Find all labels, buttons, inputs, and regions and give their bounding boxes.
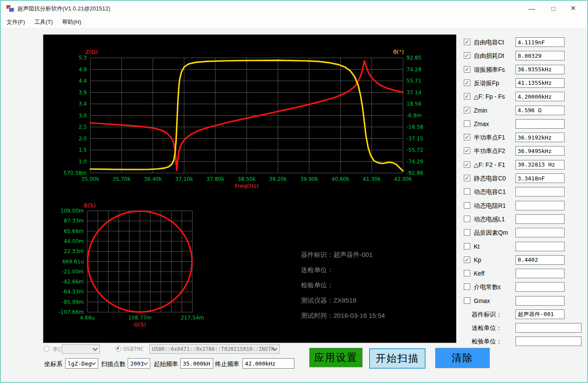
x-axis-tick: 42.00k <box>394 176 412 182</box>
checkbox-checked-icon[interactable]: ✓ <box>464 256 470 263</box>
inspect-unit-input[interactable] <box>515 336 581 346</box>
param-label: 半功率点F1 <box>474 134 505 142</box>
coord-system-combo[interactable]: lgZ-Deg <box>65 358 98 369</box>
param-value-input[interactable] <box>515 228 565 237</box>
param-row: ✓△F: Fp - Fs <box>462 92 586 101</box>
checkbox-checked-icon[interactable]: ✓ <box>464 175 470 181</box>
param-value-input[interactable] <box>515 78 565 88</box>
param-value-input[interactable] <box>515 160 565 170</box>
param-label: 品质因素Qm <box>474 229 508 237</box>
param-value-input[interactable] <box>515 37 565 47</box>
info-line-submitter: 送检单位： <box>301 262 385 277</box>
info-line-instrument: 测试仪器：ZX8518 <box>301 293 385 308</box>
x-axis-tick: 39.90k <box>300 176 318 182</box>
inspect-unit-label: 检验单位： <box>472 338 502 346</box>
start-freq-input[interactable] <box>180 358 213 369</box>
x-axis-tick: 35.00k <box>81 176 99 182</box>
left-axis-tick: 4.4 <box>79 78 87 84</box>
x-axis-tick: 37.80k <box>206 176 224 182</box>
checkbox-unchecked-icon[interactable] <box>464 297 470 304</box>
checkbox-checked-icon[interactable]: ✓ <box>464 52 470 59</box>
param-label: 半功率点F2 <box>474 147 505 155</box>
x-axis-tick: 35.70k <box>112 176 130 182</box>
serial-port-combo[interactable] <box>62 344 100 354</box>
checkbox-unchecked-icon[interactable] <box>464 283 470 290</box>
checkbox-checked-icon[interactable]: ✓ <box>464 80 470 86</box>
menu-item-file[interactable]: 文件(F) <box>7 18 25 26</box>
param-row: 品质因素Qm <box>462 228 586 237</box>
x-axis-label: G(S) <box>134 321 146 328</box>
checkbox-unchecked-icon[interactable] <box>464 120 470 127</box>
checkbox-unchecked-icon[interactable] <box>464 270 470 276</box>
param-row: ✓反谐振Fp <box>462 78 586 88</box>
stop-freq-label: 终止频率 <box>215 360 239 368</box>
right-axis-tick: -92.86 <box>406 170 423 176</box>
left-axis-tick: 2.5 <box>79 124 87 130</box>
checkbox-unchecked-icon[interactable] <box>464 243 470 250</box>
charts-svg: 5.34.94.43.93.43.02.52.01.51.0570.58m92.… <box>43 35 456 343</box>
checkbox-checked-icon[interactable]: ✓ <box>464 66 470 73</box>
checkbox-unchecked-icon[interactable] <box>464 202 470 209</box>
minimize-button[interactable]: — <box>522 1 542 16</box>
param-value-input[interactable] <box>515 51 565 60</box>
param-value-input[interactable] <box>515 65 565 74</box>
param-value-input[interactable] <box>515 242 565 251</box>
param-value-input[interactable] <box>515 146 565 156</box>
param-value-input[interactable] <box>515 269 565 278</box>
checkbox-checked-icon[interactable]: ✓ <box>464 134 470 140</box>
checkbox-checked-icon[interactable]: ✓ <box>464 147 470 154</box>
param-row: 介电常数ε <box>462 282 586 292</box>
stop-freq-input[interactable] <box>242 358 294 369</box>
sweep-points-combo[interactable]: 2001 <box>128 358 150 369</box>
param-value-input[interactable] <box>515 106 565 115</box>
param-label: Kp <box>474 256 481 263</box>
maximize-button[interactable]: □ <box>543 1 563 16</box>
serial-radio[interactable] <box>44 346 50 352</box>
menu-item-help[interactable]: 帮助(H) <box>62 18 81 26</box>
app-window: 超声阻抗分析软件(V1.0.21@201512) — □ ✕ 文件(F) 工具(… <box>0 0 588 383</box>
submit-unit-input[interactable] <box>515 323 581 333</box>
menu-item-tools[interactable]: 工具(T) <box>34 18 53 26</box>
right-axis-tick: 37.14 <box>406 90 421 96</box>
param-row: ✓Kp <box>462 255 586 265</box>
chevron-down-icon <box>91 360 96 365</box>
sweep-points-value: 2001 <box>130 360 144 367</box>
coord-system-label: 坐标系 <box>44 360 63 368</box>
param-row: Kt <box>462 242 586 251</box>
param-value-input[interactable] <box>515 255 565 265</box>
usbtmc-address-combo[interactable]: USB0::0x0471::0x2786::T020215010::INSTR <box>149 344 280 354</box>
param-label: 自由电容Ct <box>474 39 504 47</box>
param-value-input[interactable] <box>515 187 565 196</box>
param-value-input[interactable] <box>515 296 565 306</box>
usbtmc-radio[interactable] <box>116 346 121 352</box>
close-button[interactable]: ✕ <box>563 1 583 16</box>
x-axis-label: Freq(Hz) <box>235 183 259 189</box>
param-value-input[interactable] <box>515 282 565 292</box>
start-scan-button[interactable]: 开始扫描 <box>369 348 426 369</box>
coord-system-value: lgZ-Deg <box>68 360 92 367</box>
device-id-input[interactable] <box>515 310 565 319</box>
param-value-input[interactable] <box>515 173 565 183</box>
right-axis-tick: -74.29 <box>406 159 423 165</box>
param-label: △F: Fp - Fs <box>474 93 505 100</box>
info-line-device-id: 器件标识：超声器件-001 <box>301 247 385 262</box>
chevron-down-icon <box>92 346 97 351</box>
checkbox-checked-icon[interactable]: ✓ <box>464 39 470 45</box>
checkbox-unchecked-icon[interactable] <box>464 188 470 195</box>
checkbox-checked-icon[interactable]: ✓ <box>464 107 470 113</box>
checkbox-checked-icon[interactable]: ✓ <box>464 161 470 168</box>
clear-button[interactable]: 清除 <box>435 348 490 368</box>
param-value-input[interactable] <box>515 133 565 142</box>
checkbox-unchecked-icon[interactable] <box>464 229 470 236</box>
apply-settings-button[interactable]: 应用设置 <box>309 348 363 367</box>
left-axis-tick: 3.0 <box>79 113 87 119</box>
checkbox-checked-icon[interactable]: ✓ <box>464 93 470 100</box>
param-value-input[interactable] <box>515 119 565 129</box>
y-axis-tick: 87.33m <box>64 218 84 224</box>
checkbox-unchecked-icon[interactable] <box>464 216 470 222</box>
param-value-input[interactable] <box>515 214 565 224</box>
param-label: 静态电容C0 <box>474 175 506 183</box>
param-value-input[interactable] <box>515 201 565 210</box>
param-value-input[interactable] <box>515 92 565 101</box>
param-label: 动态电阻R1 <box>474 202 506 210</box>
